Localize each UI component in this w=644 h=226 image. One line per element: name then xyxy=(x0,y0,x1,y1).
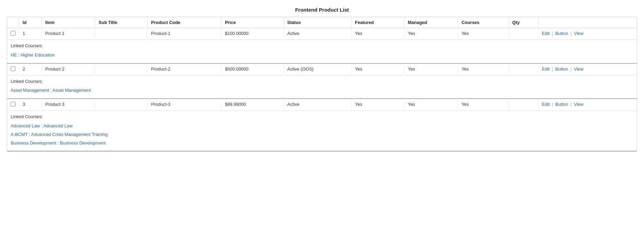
course-item: Business Development : Business Developm… xyxy=(11,140,633,147)
linked-courses-label: Linked Courses: xyxy=(11,78,633,85)
cell-courses: Yes xyxy=(458,28,509,40)
cell-item: Product 3 xyxy=(41,99,95,111)
cell-featured: Yes xyxy=(351,28,404,40)
cell-qty xyxy=(509,99,538,111)
cell-detail: Linked Courses:Advanced Law : Advanced L… xyxy=(7,111,637,151)
linked-courses-label: Linked Courses: xyxy=(11,42,633,50)
edit-link[interactable]: Edit xyxy=(542,66,549,72)
cell-product-code: Product-2 xyxy=(147,63,221,75)
table-detail-row: Linked Courses:Advanced Law : Advanced L… xyxy=(7,111,637,151)
col-checkbox xyxy=(7,17,19,28)
table-detail-row: Linked Courses:HE : Higher Education xyxy=(7,40,637,63)
cell-actions: Edit | Button | View xyxy=(538,63,637,75)
col-subtitle: Sub Title xyxy=(95,17,147,28)
cell-subtitle xyxy=(95,99,147,111)
col-status: Status xyxy=(284,17,351,28)
checkbox-row-1[interactable] xyxy=(11,31,15,36)
cell-managed: Yes xyxy=(404,99,458,111)
cell-subtitle xyxy=(95,63,147,75)
cell-status: Active xyxy=(284,99,351,111)
separator-1: | xyxy=(551,31,554,36)
cell-subtitle xyxy=(95,28,147,40)
button-link[interactable]: Button xyxy=(555,66,568,72)
separator-2: | xyxy=(569,102,573,107)
cell-status: Active (OOS) xyxy=(284,63,351,75)
cell-featured: Yes xyxy=(351,63,404,75)
row-checkbox-cell xyxy=(7,99,19,111)
cell-courses: Yes xyxy=(458,63,509,75)
view-link[interactable]: View xyxy=(574,66,584,72)
row-checkbox-cell xyxy=(7,63,19,75)
view-link[interactable]: View xyxy=(574,102,584,107)
table-row: 1Product 1Product-1$100.00000ActiveYesYe… xyxy=(7,28,637,40)
cell-product-code: Product-3 xyxy=(147,99,221,111)
cell-managed: Yes xyxy=(404,28,458,40)
separator-1: | xyxy=(551,102,554,107)
col-featured: Featured xyxy=(351,17,404,28)
checkbox-row-3[interactable] xyxy=(11,102,15,106)
col-item: Item xyxy=(41,17,95,28)
col-managed: Managed xyxy=(404,17,458,28)
col-id: Id xyxy=(19,17,42,28)
course-item: HE : Higher Education xyxy=(11,52,633,59)
col-actions xyxy=(538,17,637,28)
cell-managed: Yes xyxy=(404,63,458,75)
separator-1: | xyxy=(551,66,554,72)
separator-2: | xyxy=(569,66,573,72)
page-title: Frontend Product List xyxy=(7,7,637,13)
button-link[interactable]: Button xyxy=(555,102,568,107)
button-link[interactable]: Button xyxy=(555,31,568,36)
edit-link[interactable]: Edit xyxy=(542,31,549,36)
cell-id: 1 xyxy=(19,28,42,40)
col-product-code: Product Code xyxy=(147,17,221,28)
product-table: Id Item Sub Title Product Code Price Sta… xyxy=(7,17,637,151)
cell-featured: Yes xyxy=(351,99,404,111)
cell-product-code: Product-1 xyxy=(147,28,221,40)
course-item: A-BCMT : Advanced Crisis Management Trai… xyxy=(11,131,633,138)
linked-courses-label: Linked Courses: xyxy=(11,113,633,121)
cell-item: Product 1 xyxy=(41,28,95,40)
course-item: Advanced Law : Advanced Law xyxy=(11,123,633,130)
cell-detail: Linked Courses:HE : Higher Education xyxy=(7,40,637,63)
cell-qty xyxy=(509,63,538,75)
table-wrapper: Id Item Sub Title Product Code Price Sta… xyxy=(7,17,637,152)
table-row: 3Product 3Product-3$99.99000ActiveYesYes… xyxy=(7,99,637,111)
table-header-row: Id Item Sub Title Product Code Price Sta… xyxy=(7,17,637,28)
row-checkbox-cell xyxy=(7,28,19,40)
cell-price: $500.00000 xyxy=(221,63,284,75)
cell-actions: Edit | Button | View xyxy=(538,28,637,40)
cell-price: $100.00000 xyxy=(221,28,284,40)
separator-2: | xyxy=(569,31,573,36)
table-row: 2Product 2Product-2$500.00000Active (OOS… xyxy=(7,63,637,75)
cell-courses: Yes xyxy=(458,99,509,111)
course-item: Asset Management : Asset Management xyxy=(11,87,633,94)
cell-item: Product 2 xyxy=(41,63,95,75)
cell-id: 3 xyxy=(19,99,42,111)
col-qty: Qty xyxy=(509,17,538,28)
cell-qty xyxy=(509,28,538,40)
cell-actions: Edit | Button | View xyxy=(538,99,637,111)
view-link[interactable]: View xyxy=(574,31,584,36)
cell-price: $99.99000 xyxy=(221,99,284,111)
cell-status: Active xyxy=(284,28,351,40)
table-detail-row: Linked Courses:Asset Management : Asset … xyxy=(7,75,637,99)
checkbox-row-2[interactable] xyxy=(11,66,15,71)
cell-id: 2 xyxy=(19,63,42,75)
col-courses: Courses xyxy=(458,17,509,28)
cell-detail: Linked Courses:Asset Management : Asset … xyxy=(7,75,637,99)
col-price: Price xyxy=(221,17,284,28)
edit-link[interactable]: Edit xyxy=(542,102,549,107)
